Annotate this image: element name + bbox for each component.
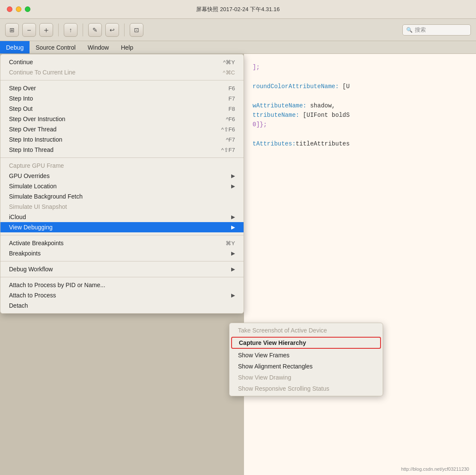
maximize-button[interactable] (25, 6, 30, 12)
share-button[interactable]: ↑ (64, 23, 77, 37)
main-content: ]; roundColorAttributeName: [U wAttribut… (0, 54, 476, 475)
menu-debug-workflow[interactable]: Debug Workflow ▶ (0, 264, 244, 274)
menu-section-1: Continue ^⌘Y Continue To Current Line ^⌘… (0, 56, 244, 78)
menu-view-debugging[interactable]: View Debugging ▶ (0, 222, 244, 232)
menu-step-into-instruction[interactable]: Step Into Instruction ^F7 (0, 134, 244, 145)
menu-continue[interactable]: Continue ^⌘Y (0, 57, 244, 67)
code-line-3: roundColorAttributeName: [U (253, 82, 467, 91)
menu-step-out[interactable]: Step Out F8 (0, 104, 244, 114)
menu-simulate-bg-fetch[interactable]: Simulate Background Fetch (0, 191, 244, 202)
menu-section-3: Capture GPU Frame GPU Overrides ▶ Simula… (0, 160, 244, 233)
toolbar: ⊞ － ＋ ↑ ✎ ↩ ⊡ 🔍 搜索 (0, 19, 476, 41)
menu-section-6: Attach to Process by PID or Name... Atta… (0, 279, 244, 312)
menu-simulate-ui-snapshot: Simulate UI Snapshot (0, 202, 244, 212)
menu-activate-breakpoints[interactable]: Activate Breakpoints ⌘Y (0, 238, 244, 248)
minimize-button[interactable] (16, 6, 21, 12)
menu-window[interactable]: Window (82, 41, 115, 53)
menu-capture-gpu: Capture GPU Frame (0, 160, 244, 171)
code-line-7: 0]}; (253, 120, 467, 129)
menu-step-over[interactable]: Step Over F6 (0, 83, 244, 93)
zoom-out-button[interactable]: － (22, 23, 36, 37)
view-debugging-submenu: Take Screenshot of Active Device Capture… (229, 323, 383, 396)
toolbar-separator-2 (83, 24, 83, 36)
zoom-in-button[interactable]: ＋ (39, 23, 53, 37)
layout-toggle-button[interactable]: ⊞ (5, 23, 19, 37)
menu-divider-5 (0, 277, 244, 277)
menu-step-into[interactable]: Step Into F7 (0, 93, 244, 104)
code-line-8 (253, 130, 467, 139)
submenu-show-responsive-scrolling: Show Responsive Scrolling Status (229, 383, 383, 394)
debug-dropdown-menu: Continue ^⌘Y Continue To Current Line ^⌘… (0, 54, 244, 314)
menu-step-over-thread[interactable]: Step Over Thread ^⇧F6 (0, 124, 244, 134)
menu-continue-to-line: Continue To Current Line ^⌘C (0, 67, 244, 77)
menu-section-2: Step Over F6 Step Into F7 Step Out F8 St… (0, 82, 244, 156)
menu-icloud[interactable]: iCloud ▶ (0, 212, 244, 222)
menu-simulate-location[interactable]: Simulate Location ▶ (0, 181, 244, 191)
menu-source-control[interactable]: Source Control (30, 41, 81, 53)
code-line-4 (253, 91, 467, 101)
menubar: Debug Source Control Window Help (0, 41, 476, 54)
toolbar-separator-3 (124, 24, 125, 36)
submenu-screenshot: Take Screenshot of Active Device (229, 325, 383, 336)
window-controls[interactable] (7, 6, 30, 12)
menu-divider-2 (0, 157, 244, 158)
close-button[interactable] (7, 6, 12, 12)
code-line-9: tAttributes:titleAttributes (253, 139, 467, 148)
code-line-5: wAttributeName: shadow, (253, 101, 467, 110)
titlebar: 屏幕快照 2017-02-24 下午4.31.16 (0, 0, 476, 19)
code-line-1: ]; (253, 62, 467, 72)
search-placeholder: 搜索 (415, 26, 426, 34)
menu-section-5: Debug Workflow ▶ (0, 263, 244, 275)
menu-attach-pid[interactable]: Attach to Process by PID or Name... (0, 280, 244, 290)
search-icon: 🔍 (406, 27, 413, 33)
code-line-6: ttributeName: [UIFont boldS (253, 110, 467, 120)
menu-section-4: Activate Breakpoints ⌘Y Breakpoints ▶ (0, 237, 244, 259)
toolbar-separator (58, 24, 59, 36)
code-line-2 (253, 72, 467, 81)
menu-gpu-overrides[interactable]: GPU Overrides ▶ (0, 171, 244, 181)
menu-divider-1 (0, 80, 244, 80)
menu-step-into-thread[interactable]: Step Into Thread ^⇧F7 (0, 145, 244, 155)
menu-breakpoints[interactable]: Breakpoints ▶ (0, 248, 244, 258)
edit-button[interactable]: ✎ (88, 23, 102, 37)
menu-divider-3 (0, 235, 244, 235)
menu-attach-process[interactable]: Attach to Process ▶ (0, 290, 244, 300)
menu-detach[interactable]: Detach (0, 300, 244, 311)
back-button[interactable]: ↩ (105, 23, 119, 37)
submenu-capture-view-hierarchy[interactable]: Capture View Hierarchy (231, 337, 381, 349)
menu-divider-4 (0, 261, 244, 261)
search-box[interactable]: 🔍 搜索 (402, 24, 471, 36)
menu-step-over-instruction[interactable]: Step Over Instruction ^F6 (0, 114, 244, 124)
menu-help[interactable]: Help (115, 41, 139, 53)
code-editor: ]; roundColorAttributeName: [U wAttribut… (244, 54, 476, 475)
submenu-show-view-drawing: Show View Drawing (229, 372, 383, 383)
window-title: 屏幕快照 2017-02-24 下午4.31.16 (196, 6, 280, 13)
watermark: http://blog.csdn.net/ycf03211230 (401, 466, 469, 472)
breakpoint-button[interactable]: ⊡ (130, 23, 143, 37)
menu-debug[interactable]: Debug (0, 41, 30, 53)
submenu-show-view-frames[interactable]: Show View Frames (229, 350, 383, 361)
submenu-show-alignment-rects[interactable]: Show Alignment Rectangles (229, 361, 383, 372)
